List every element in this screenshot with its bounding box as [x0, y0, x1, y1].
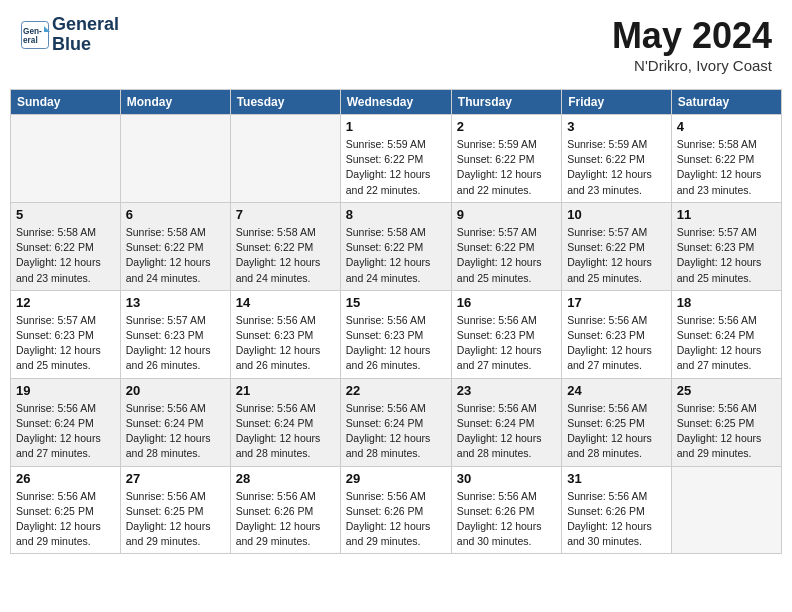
day-info: Sunrise: 5:57 AM Sunset: 6:22 PM Dayligh…	[457, 225, 556, 286]
day-number: 20	[126, 383, 225, 398]
svg-text:eral: eral	[23, 35, 38, 44]
day-info: Sunrise: 5:56 AM Sunset: 6:26 PM Dayligh…	[346, 489, 446, 550]
calendar-cell: 4Sunrise: 5:58 AM Sunset: 6:22 PM Daylig…	[671, 115, 781, 203]
day-number: 12	[16, 295, 115, 310]
calendar-cell: 31Sunrise: 5:56 AM Sunset: 6:26 PM Dayli…	[562, 466, 672, 554]
calendar-cell: 19Sunrise: 5:56 AM Sunset: 6:24 PM Dayli…	[11, 378, 121, 466]
day-info: Sunrise: 5:58 AM Sunset: 6:22 PM Dayligh…	[16, 225, 115, 286]
calendar-cell	[120, 115, 230, 203]
day-number: 7	[236, 207, 335, 222]
calendar-cell: 3Sunrise: 5:59 AM Sunset: 6:22 PM Daylig…	[562, 115, 672, 203]
calendar-cell: 24Sunrise: 5:56 AM Sunset: 6:25 PM Dayli…	[562, 378, 672, 466]
calendar-cell: 28Sunrise: 5:56 AM Sunset: 6:26 PM Dayli…	[230, 466, 340, 554]
day-info: Sunrise: 5:56 AM Sunset: 6:24 PM Dayligh…	[16, 401, 115, 462]
day-number: 3	[567, 119, 666, 134]
day-info: Sunrise: 5:56 AM Sunset: 6:24 PM Dayligh…	[236, 401, 335, 462]
day-info: Sunrise: 5:57 AM Sunset: 6:23 PM Dayligh…	[677, 225, 776, 286]
day-number: 25	[677, 383, 776, 398]
calendar-cell: 12Sunrise: 5:57 AM Sunset: 6:23 PM Dayli…	[11, 290, 121, 378]
weekday-header-tuesday: Tuesday	[230, 90, 340, 115]
calendar-week-row: 5Sunrise: 5:58 AM Sunset: 6:22 PM Daylig…	[11, 202, 782, 290]
page-header: Gen- eral General Blue May 2024 N'Drikro…	[10, 10, 782, 79]
logo: Gen- eral General Blue	[20, 15, 119, 55]
day-info: Sunrise: 5:56 AM Sunset: 6:24 PM Dayligh…	[457, 401, 556, 462]
calendar-cell: 11Sunrise: 5:57 AM Sunset: 6:23 PM Dayli…	[671, 202, 781, 290]
calendar-cell	[230, 115, 340, 203]
day-info: Sunrise: 5:58 AM Sunset: 6:22 PM Dayligh…	[346, 225, 446, 286]
day-info: Sunrise: 5:56 AM Sunset: 6:25 PM Dayligh…	[16, 489, 115, 550]
calendar-cell: 17Sunrise: 5:56 AM Sunset: 6:23 PM Dayli…	[562, 290, 672, 378]
day-info: Sunrise: 5:59 AM Sunset: 6:22 PM Dayligh…	[567, 137, 666, 198]
calendar-cell: 21Sunrise: 5:56 AM Sunset: 6:24 PM Dayli…	[230, 378, 340, 466]
day-info: Sunrise: 5:56 AM Sunset: 6:26 PM Dayligh…	[457, 489, 556, 550]
day-number: 13	[126, 295, 225, 310]
calendar-cell: 1Sunrise: 5:59 AM Sunset: 6:22 PM Daylig…	[340, 115, 451, 203]
calendar-cell: 13Sunrise: 5:57 AM Sunset: 6:23 PM Dayli…	[120, 290, 230, 378]
calendar-cell: 7Sunrise: 5:58 AM Sunset: 6:22 PM Daylig…	[230, 202, 340, 290]
day-number: 17	[567, 295, 666, 310]
day-number: 15	[346, 295, 446, 310]
day-info: Sunrise: 5:56 AM Sunset: 6:25 PM Dayligh…	[677, 401, 776, 462]
day-number: 5	[16, 207, 115, 222]
day-info: Sunrise: 5:56 AM Sunset: 6:23 PM Dayligh…	[567, 313, 666, 374]
day-number: 14	[236, 295, 335, 310]
day-info: Sunrise: 5:56 AM Sunset: 6:25 PM Dayligh…	[567, 401, 666, 462]
calendar-cell	[671, 466, 781, 554]
day-info: Sunrise: 5:56 AM Sunset: 6:24 PM Dayligh…	[677, 313, 776, 374]
day-info: Sunrise: 5:59 AM Sunset: 6:22 PM Dayligh…	[346, 137, 446, 198]
day-info: Sunrise: 5:56 AM Sunset: 6:23 PM Dayligh…	[346, 313, 446, 374]
day-number: 22	[346, 383, 446, 398]
calendar-cell: 25Sunrise: 5:56 AM Sunset: 6:25 PM Dayli…	[671, 378, 781, 466]
weekday-header-monday: Monday	[120, 90, 230, 115]
day-info: Sunrise: 5:56 AM Sunset: 6:24 PM Dayligh…	[126, 401, 225, 462]
day-number: 31	[567, 471, 666, 486]
calendar-cell: 2Sunrise: 5:59 AM Sunset: 6:22 PM Daylig…	[451, 115, 561, 203]
day-info: Sunrise: 5:58 AM Sunset: 6:22 PM Dayligh…	[126, 225, 225, 286]
day-number: 24	[567, 383, 666, 398]
calendar-cell: 29Sunrise: 5:56 AM Sunset: 6:26 PM Dayli…	[340, 466, 451, 554]
calendar-cell: 22Sunrise: 5:56 AM Sunset: 6:24 PM Dayli…	[340, 378, 451, 466]
day-number: 18	[677, 295, 776, 310]
location-subtitle: N'Drikro, Ivory Coast	[612, 57, 772, 74]
weekday-header-sunday: Sunday	[11, 90, 121, 115]
day-info: Sunrise: 5:57 AM Sunset: 6:23 PM Dayligh…	[16, 313, 115, 374]
calendar-week-row: 1Sunrise: 5:59 AM Sunset: 6:22 PM Daylig…	[11, 115, 782, 203]
calendar-cell	[11, 115, 121, 203]
day-number: 2	[457, 119, 556, 134]
day-number: 10	[567, 207, 666, 222]
calendar-table: SundayMondayTuesdayWednesdayThursdayFrid…	[10, 89, 782, 554]
day-info: Sunrise: 5:56 AM Sunset: 6:23 PM Dayligh…	[236, 313, 335, 374]
calendar-cell: 23Sunrise: 5:56 AM Sunset: 6:24 PM Dayli…	[451, 378, 561, 466]
day-number: 4	[677, 119, 776, 134]
day-number: 16	[457, 295, 556, 310]
day-info: Sunrise: 5:56 AM Sunset: 6:26 PM Dayligh…	[236, 489, 335, 550]
day-info: Sunrise: 5:59 AM Sunset: 6:22 PM Dayligh…	[457, 137, 556, 198]
weekday-header-row: SundayMondayTuesdayWednesdayThursdayFrid…	[11, 90, 782, 115]
day-info: Sunrise: 5:56 AM Sunset: 6:26 PM Dayligh…	[567, 489, 666, 550]
day-number: 9	[457, 207, 556, 222]
day-info: Sunrise: 5:56 AM Sunset: 6:25 PM Dayligh…	[126, 489, 225, 550]
day-info: Sunrise: 5:57 AM Sunset: 6:23 PM Dayligh…	[126, 313, 225, 374]
day-info: Sunrise: 5:58 AM Sunset: 6:22 PM Dayligh…	[677, 137, 776, 198]
day-number: 19	[16, 383, 115, 398]
day-number: 6	[126, 207, 225, 222]
day-number: 1	[346, 119, 446, 134]
calendar-cell: 30Sunrise: 5:56 AM Sunset: 6:26 PM Dayli…	[451, 466, 561, 554]
day-info: Sunrise: 5:56 AM Sunset: 6:24 PM Dayligh…	[346, 401, 446, 462]
title-block: May 2024 N'Drikro, Ivory Coast	[612, 15, 772, 74]
day-info: Sunrise: 5:58 AM Sunset: 6:22 PM Dayligh…	[236, 225, 335, 286]
day-number: 8	[346, 207, 446, 222]
weekday-header-wednesday: Wednesday	[340, 90, 451, 115]
calendar-cell: 26Sunrise: 5:56 AM Sunset: 6:25 PM Dayli…	[11, 466, 121, 554]
day-number: 26	[16, 471, 115, 486]
calendar-cell: 6Sunrise: 5:58 AM Sunset: 6:22 PM Daylig…	[120, 202, 230, 290]
calendar-cell: 14Sunrise: 5:56 AM Sunset: 6:23 PM Dayli…	[230, 290, 340, 378]
calendar-cell: 20Sunrise: 5:56 AM Sunset: 6:24 PM Dayli…	[120, 378, 230, 466]
calendar-cell: 16Sunrise: 5:56 AM Sunset: 6:23 PM Dayli…	[451, 290, 561, 378]
weekday-header-saturday: Saturday	[671, 90, 781, 115]
month-year-title: May 2024	[612, 15, 772, 57]
svg-text:Gen-: Gen-	[23, 26, 42, 35]
logo-icon: Gen- eral	[20, 20, 50, 50]
calendar-cell: 8Sunrise: 5:58 AM Sunset: 6:22 PM Daylig…	[340, 202, 451, 290]
day-number: 23	[457, 383, 556, 398]
